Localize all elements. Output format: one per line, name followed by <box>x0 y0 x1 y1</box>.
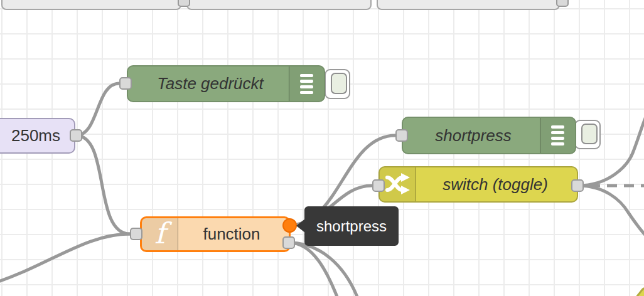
partial-node-top-3[interactable] <box>377 0 560 10</box>
wire-offscreen-to-function[interactable] <box>0 234 130 283</box>
debug-icon-area <box>540 118 575 153</box>
debug-icon-area <box>289 66 324 101</box>
wire-function-out2-a[interactable] <box>289 243 338 296</box>
debug-list-icon <box>300 74 313 94</box>
port-input-shortpress[interactable] <box>395 129 408 142</box>
port-output2-function[interactable] <box>282 236 295 249</box>
tooltip-arrow <box>296 219 305 233</box>
node-switch-toggle[interactable]: switch (toggle) <box>378 166 578 203</box>
port-partial-2[interactable] <box>556 0 569 7</box>
port-output-250ms[interactable] <box>70 129 82 142</box>
debug-toggle-button[interactable] <box>325 69 350 99</box>
shuffle-arrows-icon <box>380 167 416 201</box>
node-taste-gedrueckt[interactable]: Taste gedrückt <box>127 65 325 102</box>
partial-node-top-2[interactable] <box>186 0 372 10</box>
port-partial-1[interactable] <box>178 0 190 7</box>
port-output-switch[interactable] <box>571 179 584 192</box>
function-f-icon: f <box>142 218 178 250</box>
tooltip-text: shortpress <box>316 218 387 235</box>
port-label-tooltip: shortpress <box>304 206 399 246</box>
node-function[interactable]: f function <box>140 216 291 252</box>
debug-toggle-inner[interactable] <box>581 124 598 144</box>
node-label: function <box>203 225 260 244</box>
wire-trigger-to-function[interactable] <box>76 135 130 234</box>
port-input-taste[interactable] <box>119 77 132 90</box>
port-input-function[interactable] <box>130 228 142 240</box>
wire-switch-down-right[interactable] <box>578 186 644 236</box>
node-trigger-250ms[interactable]: 250ms <box>0 118 75 154</box>
port-input-switch[interactable] <box>372 179 385 192</box>
port-output1-function-highlighted[interactable] <box>282 218 297 233</box>
debug-list-icon <box>551 125 564 145</box>
partial-node-top-1[interactable] <box>1 0 181 10</box>
flow-canvas[interactable]: Taste gedrückt 250ms shortpress <box>0 0 644 296</box>
node-shortpress-debug[interactable]: shortpress <box>402 117 576 154</box>
node-label: Taste gedrückt <box>157 74 264 93</box>
node-label: switch (toggle) <box>443 175 548 194</box>
node-label: 250ms <box>11 126 60 145</box>
debug-toggle-inner[interactable] <box>331 73 347 94</box>
debug-toggle-button[interactable] <box>574 120 601 149</box>
node-label: shortpress <box>435 126 511 145</box>
wire-trigger-to-taste[interactable] <box>76 83 119 135</box>
